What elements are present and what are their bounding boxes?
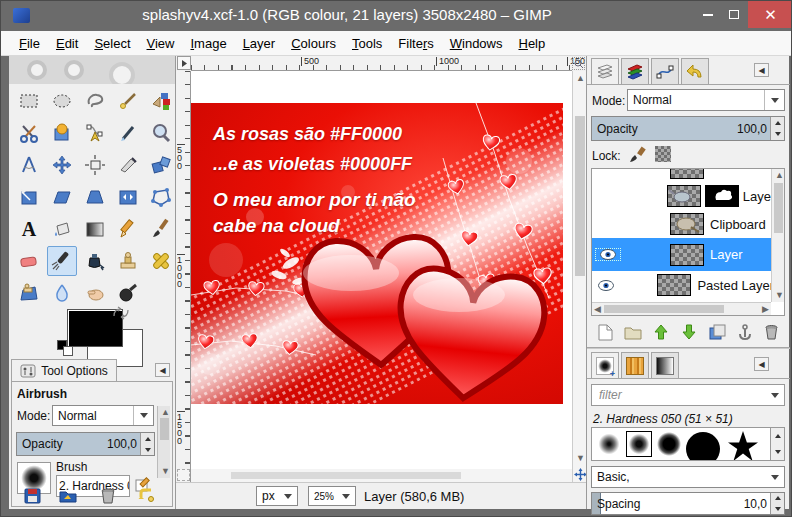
visibility-eye-icon[interactable] <box>596 280 616 291</box>
tab-undo-history[interactable] <box>681 58 709 84</box>
layer-row-partial[interactable] <box>592 168 774 181</box>
tab-tool-options[interactable]: Tool Options <box>11 359 117 381</box>
delete-layer-button[interactable] <box>759 322 783 342</box>
tab-brushes[interactable]: + <box>591 352 619 378</box>
menu-image[interactable]: Image <box>182 36 234 51</box>
tool-clone[interactable] <box>113 246 143 276</box>
layer-row-clipboard[interactable]: Clipboard <box>592 210 774 238</box>
new-layer-button[interactable] <box>593 322 617 342</box>
zoom-dropdown[interactable]: 25% <box>308 486 356 506</box>
tab-layers[interactable] <box>591 58 619 84</box>
brush-grid-spinner[interactable] <box>771 427 785 461</box>
unit-dropdown[interactable]: px <box>256 486 298 506</box>
quick-mask-toggle[interactable] <box>177 469 190 481</box>
tool-shear[interactable] <box>47 182 77 212</box>
layers-h-scrollbar[interactable]: ◀ ▶ <box>592 302 771 315</box>
menu-file[interactable]: File <box>11 36 48 51</box>
image-viewport[interactable]: As rosas são #FF0000 ...e as violetas #0… <box>191 71 572 483</box>
minimize-button[interactable] <box>696 1 720 28</box>
tab-paths[interactable] <box>651 58 679 84</box>
tool-gradient[interactable] <box>80 214 110 244</box>
tool-opacity-slider[interactable]: Opacity 100,0 <box>16 432 155 456</box>
tool-options-configure-button[interactable]: ◀ <box>155 363 170 377</box>
brush-hardness-075[interactable] <box>656 431 682 457</box>
swap-colors-icon[interactable] <box>112 306 130 320</box>
brush-hardness-050-selected[interactable] <box>626 431 652 457</box>
tool-scale[interactable] <box>14 182 44 212</box>
tool-pencil[interactable] <box>113 214 143 244</box>
tool-ellipse-select[interactable] <box>47 86 77 116</box>
menu-layer[interactable]: Layer <box>235 36 284 51</box>
maximize-button[interactable] <box>722 1 746 28</box>
tool-select-by-color[interactable] <box>146 86 176 116</box>
brush-category-dropdown[interactable]: Basic, <box>591 466 785 488</box>
tab-channels[interactable] <box>621 58 649 84</box>
spacing-slider[interactable]: Spacing 10,0 <box>591 492 785 515</box>
tool-blur-sharpen[interactable] <box>47 278 77 308</box>
brush-hardness-025[interactable] <box>596 431 622 457</box>
brush-filter-box[interactable] <box>591 384 785 406</box>
duplicate-layer-button[interactable] <box>705 322 729 342</box>
tool-text[interactable]: A <box>14 214 44 244</box>
layers-mode-dropdown[interactable]: Normal <box>627 89 785 111</box>
tool-paths[interactable] <box>80 118 110 148</box>
menu-select[interactable]: Select <box>86 36 138 51</box>
tool-color-picker[interactable] <box>113 118 143 148</box>
close-button[interactable]: ✕ <box>748 1 792 28</box>
layers-opacity-slider[interactable]: Opacity 100,0 <box>591 116 785 141</box>
tool-foreground-select[interactable] <box>47 118 77 148</box>
restore-tool-preset-button[interactable] <box>57 486 79 505</box>
menu-help[interactable]: Help <box>510 36 553 51</box>
tool-perspective-clone[interactable] <box>14 278 44 308</box>
layers-configure-button[interactable]: ◀ <box>754 63 769 77</box>
menu-filters[interactable]: Filters <box>390 36 441 51</box>
tool-move[interactable] <box>47 150 77 180</box>
lock-alpha-icon[interactable] <box>655 146 671 162</box>
layers-opacity-spinner[interactable] <box>770 117 784 140</box>
spacing-spinner[interactable] <box>770 493 784 514</box>
tool-fuzzy-select[interactable] <box>113 86 143 116</box>
tab-gradients[interactable] <box>651 352 679 378</box>
canvas-horizontal-scrollbar[interactable] <box>191 469 572 482</box>
menu-tools[interactable]: Tools <box>344 36 390 51</box>
zoom-follow-window-icon[interactable] <box>572 57 585 70</box>
brush-star[interactable] <box>728 431 758 461</box>
tool-flip[interactable] <box>113 182 143 212</box>
tab-patterns[interactable] <box>621 352 649 378</box>
menu-windows[interactable]: Windows <box>442 36 511 51</box>
lock-pixels-icon[interactable] <box>629 145 649 163</box>
menu-colours[interactable]: Colours <box>283 36 344 51</box>
tool-airbrush[interactable] <box>47 246 77 276</box>
reset-tool-options-button[interactable] <box>135 486 157 505</box>
tool-ink[interactable] <box>80 246 110 276</box>
layer-row-masked[interactable]: Layer <box>592 182 774 210</box>
layers-v-scrollbar[interactable]: ▲ ▼ <box>771 169 784 302</box>
opacity-spinner[interactable] <box>140 433 154 455</box>
brush-filter-input[interactable] <box>597 387 771 403</box>
canvas-vertical-scrollbar[interactable]: ▲ ▼ <box>572 71 586 483</box>
visibility-eye-icon[interactable] <box>596 249 620 260</box>
save-tool-preset-button[interactable] <box>21 486 43 505</box>
image-canvas[interactable]: As rosas são #FF0000 ...e as violetas #0… <box>191 103 563 404</box>
brushes-configure-button[interactable]: ◀ <box>754 357 769 371</box>
new-layer-group-button[interactable] <box>621 322 645 342</box>
menu-edit[interactable]: Edit <box>48 36 86 51</box>
tool-scissors-select[interactable] <box>14 118 44 148</box>
tool-smudge[interactable] <box>80 278 110 308</box>
tool-paintbrush[interactable] <box>146 214 176 244</box>
tool-options-scrollbar[interactable]: ▲ ▼ <box>157 406 170 478</box>
tool-eraser[interactable] <box>14 246 44 276</box>
tool-free-select[interactable] <box>80 86 110 116</box>
brush-hardness-100[interactable] <box>686 432 720 461</box>
titlebar[interactable]: splashyv4.xcf-1.0 (RGB colour, 21 layers… <box>1 1 792 31</box>
tool-dodge-burn[interactable] <box>113 278 143 308</box>
raise-layer-button[interactable] <box>649 322 673 342</box>
tool-cage-transform[interactable] <box>146 182 176 212</box>
layer-row-pasted[interactable]: Pasted Layer <box>592 271 774 299</box>
tool-mode-dropdown[interactable]: Normal <box>52 405 154 426</box>
canvas-menu-button[interactable] <box>177 56 191 70</box>
tool-heal[interactable] <box>146 246 176 276</box>
layer-row-selected[interactable]: Layer <box>592 238 774 271</box>
menu-view[interactable]: View <box>139 36 183 51</box>
tool-rotate[interactable] <box>146 150 176 180</box>
